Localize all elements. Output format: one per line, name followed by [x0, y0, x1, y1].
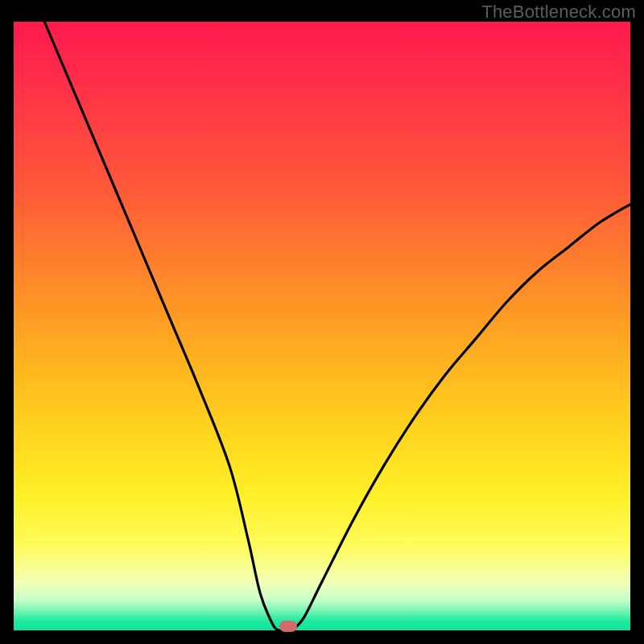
curve-svg: [14, 22, 630, 630]
bottleneck-curve: [44, 22, 630, 630]
chart-frame: TheBottleneck.com: [0, 0, 644, 644]
watermark-text: TheBottleneck.com: [481, 2, 636, 23]
plot-area: [14, 22, 630, 630]
optimum-marker: [279, 621, 297, 632]
